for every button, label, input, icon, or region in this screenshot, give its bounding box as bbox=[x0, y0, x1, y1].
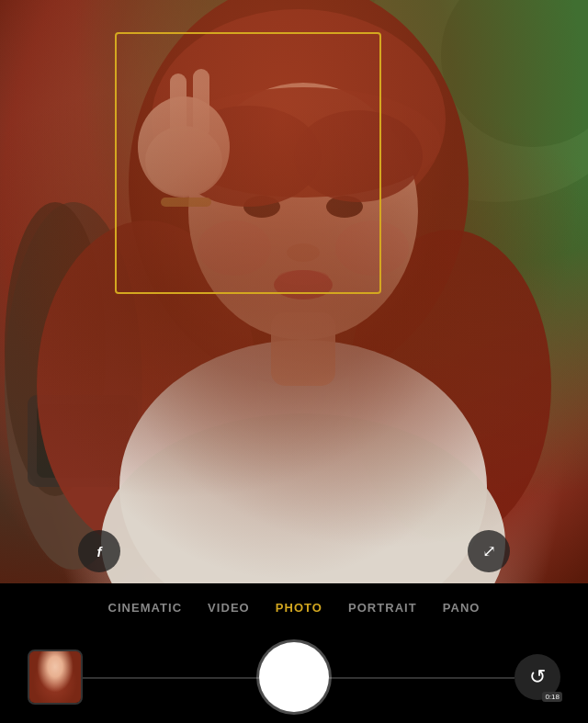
last-photo-thumbnail[interactable] bbox=[28, 650, 83, 705]
shutter-button[interactable] bbox=[259, 642, 329, 712]
viewfinder-controls: f ⤢ bbox=[0, 530, 588, 572]
svg-point-12 bbox=[335, 220, 409, 276]
svg-point-17 bbox=[277, 270, 329, 285]
svg-point-15 bbox=[287, 243, 320, 262]
expand-icon: ⤢ bbox=[482, 541, 496, 561]
svg-rect-28 bbox=[271, 312, 335, 386]
mode-photo[interactable]: PHOTO bbox=[276, 601, 322, 615]
viewfinder: f ⤢ bbox=[0, 0, 588, 583]
thumbnail-preview bbox=[29, 651, 81, 703]
svg-point-26 bbox=[145, 126, 222, 196]
camera-preview-svg bbox=[0, 0, 588, 583]
svg-point-11 bbox=[198, 220, 271, 276]
aperture-button[interactable]: f bbox=[78, 530, 120, 572]
mode-video[interactable]: VIDEO bbox=[208, 601, 250, 615]
aperture-icon: f bbox=[97, 544, 102, 559]
action-bar: ↺ 0:18 bbox=[0, 631, 588, 723]
mode-pano[interactable]: PANO bbox=[443, 601, 481, 615]
flip-icon: ↺ bbox=[529, 665, 546, 689]
svg-point-20 bbox=[294, 110, 423, 202]
expand-button[interactable]: ⤢ bbox=[468, 530, 510, 572]
mode-portrait[interactable]: PORTRAIT bbox=[348, 601, 417, 615]
svg-rect-27 bbox=[161, 198, 211, 207]
timer-label: 0:18 bbox=[542, 692, 562, 702]
mode-bar: CINEMATIC VIDEO PHOTO PORTRAIT PANO bbox=[0, 583, 588, 631]
flip-camera-button[interactable]: ↺ 0:18 bbox=[514, 654, 560, 700]
mode-cinematic[interactable]: CINEMATIC bbox=[107, 601, 182, 615]
svg-rect-25 bbox=[193, 69, 209, 138]
